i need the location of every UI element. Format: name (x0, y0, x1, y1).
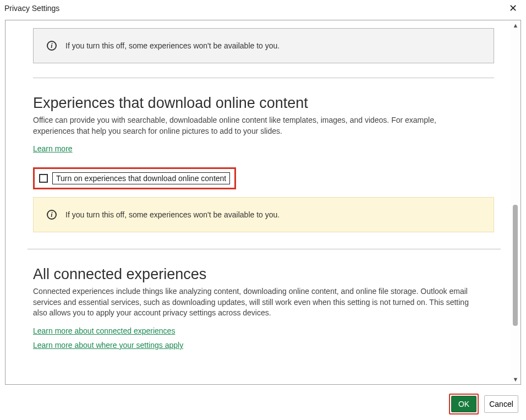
vertical-scrollbar[interactable]: ▲ ▼ (511, 20, 520, 384)
section-all-connected: All connected experiences Connected expe… (28, 266, 501, 350)
section-title-all: All connected experiences (33, 266, 501, 283)
info-icon: i (47, 210, 57, 220)
ok-button-highlight: OK (449, 394, 479, 414)
highlighted-checkbox-row: Turn on experiences that download online… (33, 167, 236, 189)
learn-more-link[interactable]: Learn more (33, 144, 73, 153)
content-frame: i If you turn this off, some experiences… (5, 20, 521, 385)
section-divider (28, 249, 501, 249)
ok-button[interactable]: OK (451, 396, 476, 412)
section-title-download: Experiences that download online content (33, 95, 501, 112)
scroll-thumb[interactable] (513, 205, 518, 326)
link-connected-experiences[interactable]: Learn more about connected experiences (33, 326, 175, 335)
info-text: If you turn this off, some experiences w… (65, 41, 280, 50)
close-icon[interactable]: ✕ (506, 2, 520, 14)
scroll-up-icon[interactable]: ▲ (511, 20, 520, 30)
scroll-down-icon[interactable]: ▼ (511, 374, 520, 384)
link-settings-apply[interactable]: Learn more about where your settings app… (33, 341, 501, 350)
divider (33, 78, 494, 78)
dialog-title: Privacy Settings (4, 4, 59, 13)
section-desc-download: Office can provide you with searchable, … (33, 115, 479, 137)
titlebar: Privacy Settings ✕ (0, 0, 526, 20)
section-desc-all: Connected experiences include things lik… (33, 286, 479, 319)
section-download-content: Experiences that download online content… (28, 95, 501, 232)
privacy-settings-dialog: Privacy Settings ✕ i If you turn this of… (0, 0, 526, 420)
info-text: If you turn this off, some experiences w… (65, 210, 280, 219)
info-box-download-warning: i If you turn this off, some experiences… (33, 197, 494, 232)
checkbox-download-content[interactable] (39, 174, 48, 183)
section-prior-info: i If you turn this off, some experiences… (28, 28, 501, 78)
cancel-button[interactable]: Cancel (484, 395, 518, 413)
dialog-footer: OK Cancel (0, 389, 526, 420)
info-box-prior: i If you turn this off, some experiences… (33, 28, 494, 63)
content-inner: i If you turn this off, some experiences… (6, 20, 520, 384)
scroll-content: i If you turn this off, some experiences… (28, 20, 511, 384)
info-icon: i (47, 41, 57, 51)
checkbox-label-download[interactable]: Turn on experiences that download online… (52, 172, 230, 184)
